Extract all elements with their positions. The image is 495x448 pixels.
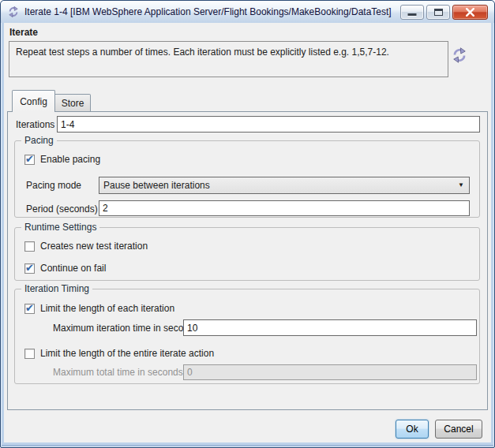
cancel-button[interactable]: Cancel — [435, 420, 482, 439]
limit-each-iteration-checkbox[interactable] — [24, 304, 35, 314]
pacing-mode-label: Pacing mode — [26, 180, 81, 191]
max-total-time-label: Maximum total time in seconds — [53, 367, 183, 378]
action-title: Iterate — [9, 27, 38, 38]
ok-button[interactable]: Ok — [396, 420, 429, 439]
maximize-button[interactable] — [426, 5, 450, 20]
creates-new-test-iteration-checkbox[interactable] — [24, 241, 35, 252]
iterations-label: Iterations — [16, 119, 54, 130]
config-panel: Iterations Pacing Enable pacing Pacing m… — [7, 111, 488, 410]
period-label: Period (seconds) — [26, 203, 98, 215]
dialog-content: Iterate Repeat test steps a number of ti… — [4, 23, 491, 442]
close-button[interactable] — [452, 5, 488, 20]
limit-each-iteration-label[interactable]: Limit the length of each iteration — [40, 303, 174, 314]
iteration-timing-title: Iteration Timing — [21, 283, 92, 294]
iterations-input[interactable] — [57, 116, 480, 133]
pacing-mode-value: Pause between iterations — [103, 180, 210, 191]
footer-buttons: Ok Cancel — [396, 420, 482, 439]
max-iteration-time-input[interactable] — [183, 319, 477, 336]
max-iteration-time-label: Maximum iteration time in seconds — [53, 323, 199, 334]
pacing-group: Pacing Enable pacing Pacing mode Pause b… — [14, 140, 480, 218]
limit-entire-action-label[interactable]: Limit the length of the entire iterate a… — [40, 348, 214, 359]
tab-config[interactable]: Config — [12, 90, 55, 112]
dialog-window: Iterate 1-4 [IBM WebSphere Application S… — [0, 0, 495, 448]
runtime-settings-group: Runtime Settings Creates new test iterat… — [14, 227, 480, 281]
period-input[interactable] — [99, 200, 470, 216]
iteration-timing-group: Iteration Timing Limit the length of eac… — [14, 289, 480, 384]
pacing-mode-select[interactable]: Pause between iterations ▼ — [99, 177, 470, 194]
tab-bar: Config Store — [12, 90, 91, 112]
enable-pacing-checkbox[interactable] — [24, 155, 35, 165]
creates-new-test-iteration-label[interactable]: Creates new test iteration — [40, 241, 148, 252]
enable-pacing-label[interactable]: Enable pacing — [40, 154, 100, 165]
continue-on-fail-label[interactable]: Continue on fail — [40, 263, 106, 274]
pacing-group-title: Pacing — [21, 135, 57, 146]
window-title: Iterate 1-4 [IBM WebSphere Application S… — [24, 6, 392, 17]
maximize-icon — [434, 9, 443, 16]
window-controls — [400, 5, 488, 20]
close-icon — [465, 8, 475, 17]
description-text: Repeat test steps a number of times. Eac… — [16, 47, 389, 58]
tab-store[interactable]: Store — [55, 94, 91, 112]
runtime-settings-title: Runtime Settings — [21, 222, 99, 233]
titlebar[interactable]: Iterate 1-4 [IBM WebSphere Application S… — [1, 1, 494, 23]
chevron-down-icon: ▼ — [458, 182, 464, 189]
description-box: Repeat test steps a number of times. Eac… — [9, 41, 448, 77]
minimize-button[interactable] — [400, 5, 424, 20]
limit-entire-action-checkbox[interactable] — [24, 349, 35, 359]
continue-on-fail-checkbox[interactable] — [24, 263, 35, 274]
max-total-time-input — [183, 364, 477, 380]
iterate-icon — [7, 6, 20, 18]
iterate-refresh-icon — [451, 47, 468, 64]
minimize-icon — [408, 13, 417, 16]
